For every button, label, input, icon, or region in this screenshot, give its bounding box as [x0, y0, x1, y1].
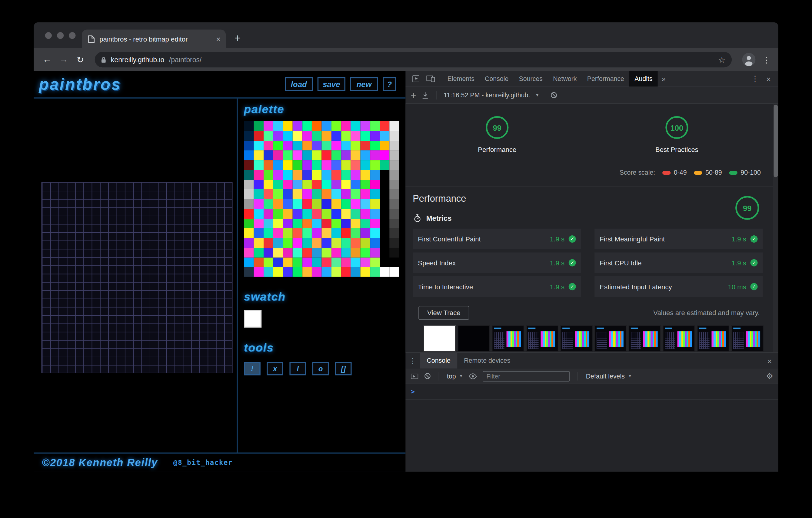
palette-cell[interactable] [302, 151, 312, 160]
palette-cell[interactable] [370, 121, 380, 131]
palette-cell[interactable] [263, 160, 273, 170]
palette-cell[interactable] [283, 209, 292, 218]
palette-cell[interactable] [360, 218, 370, 228]
palette-cell[interactable] [302, 238, 312, 248]
palette-cell[interactable] [341, 199, 351, 209]
palette-cell[interactable] [263, 218, 273, 228]
palette-cell[interactable] [292, 209, 302, 218]
audits-scrollbar[interactable] [773, 104, 778, 352]
palette-cell[interactable] [302, 209, 312, 218]
palette-cell[interactable] [273, 180, 283, 189]
more-tabs-icon[interactable]: » [658, 75, 670, 83]
console-output[interactable]: > [405, 384, 778, 472]
palette-cell[interactable] [389, 199, 399, 209]
palette-cell[interactable] [254, 141, 263, 151]
palette-cell[interactable] [380, 248, 389, 257]
palette-cell[interactable] [263, 131, 273, 141]
new-tab-button[interactable]: + [234, 33, 240, 43]
log-levels-selector[interactable]: Default levels ▼ [586, 373, 632, 380]
drawer-close-icon[interactable]: × [761, 356, 778, 365]
palette-cell[interactable] [351, 238, 360, 248]
device-toolbar-icon[interactable] [423, 71, 437, 86]
palette-cell[interactable] [341, 180, 351, 189]
palette-cell[interactable] [263, 257, 273, 267]
palette-cell[interactable] [283, 189, 292, 199]
palette-cell[interactable] [244, 257, 254, 267]
view-trace-button[interactable]: View Trace [418, 306, 469, 320]
palette-cell[interactable] [263, 189, 273, 199]
drawer-tab-remote-devices[interactable]: Remote devices [457, 353, 517, 369]
palette-cell[interactable] [283, 131, 292, 141]
palette-cell[interactable] [321, 228, 331, 238]
palette-cell[interactable] [370, 199, 380, 209]
palette-cell[interactable] [331, 257, 341, 267]
palette-cell[interactable] [360, 199, 370, 209]
palette-cell[interactable] [263, 151, 273, 160]
devtools-tab-network[interactable]: Network [548, 71, 582, 86]
palette-cell[interactable] [273, 141, 283, 151]
palette-cell[interactable] [254, 180, 263, 189]
palette-cell[interactable] [244, 218, 254, 228]
palette-cell[interactable] [341, 267, 351, 277]
palette-cell[interactable] [360, 151, 370, 160]
palette-cell[interactable] [273, 257, 283, 267]
palette-cell[interactable] [283, 218, 292, 228]
palette-cell[interactable] [292, 121, 302, 131]
palette-cell[interactable] [331, 160, 341, 170]
palette-cell[interactable] [244, 228, 254, 238]
palette-cell[interactable] [283, 121, 292, 131]
palette-cell[interactable] [321, 209, 331, 218]
palette-cell[interactable] [389, 170, 399, 180]
palette-cell[interactable] [321, 218, 331, 228]
palette-cell[interactable] [360, 170, 370, 180]
context-selector[interactable]: top ▼ [447, 373, 463, 380]
palette-cell[interactable] [254, 170, 263, 180]
palette-cell[interactable] [389, 257, 399, 267]
palette-cell[interactable] [380, 267, 389, 277]
palette-cell[interactable] [341, 257, 351, 267]
drawer-menu-icon[interactable]: ⋮ [405, 357, 420, 365]
palette-cell[interactable] [360, 209, 370, 218]
palette-cell[interactable] [351, 180, 360, 189]
palette-cell[interactable] [341, 151, 351, 160]
palette-cell[interactable] [351, 248, 360, 257]
palette-cell[interactable] [380, 257, 389, 267]
palette-cell[interactable] [321, 180, 331, 189]
palette-cell[interactable] [351, 209, 360, 218]
palette-cell[interactable] [273, 121, 283, 131]
palette-cell[interactable] [273, 199, 283, 209]
palette-cell[interactable] [389, 267, 399, 277]
palette-cell[interactable] [254, 248, 263, 257]
app-button-load[interactable]: load [285, 77, 313, 91]
palette-cell[interactable] [292, 131, 302, 141]
palette-cell[interactable] [389, 141, 399, 151]
palette-cell[interactable] [254, 228, 263, 238]
palette-cell[interactable] [389, 151, 399, 160]
palette-cell[interactable] [321, 170, 331, 180]
palette-cell[interactable] [331, 209, 341, 218]
palette-cell[interactable] [360, 257, 370, 267]
palette-cell[interactable] [331, 121, 341, 131]
audit-session-label[interactable]: 11:16:52 PM - kenreilly.github. [443, 91, 530, 99]
window-zoom-button[interactable] [69, 32, 76, 39]
palette-cell[interactable] [312, 209, 321, 218]
palette-cell[interactable] [321, 238, 331, 248]
devtools-tab-sources[interactable]: Sources [514, 71, 548, 86]
palette-cell[interactable] [263, 141, 273, 151]
tool-button-select[interactable]: [] [335, 362, 352, 375]
palette-cell[interactable] [254, 209, 263, 218]
palette-cell[interactable] [370, 238, 380, 248]
palette-cell[interactable] [351, 218, 360, 228]
palette-cell[interactable] [380, 180, 389, 189]
palette-cell[interactable] [302, 170, 312, 180]
palette-cell[interactable] [360, 248, 370, 257]
palette-cell[interactable] [273, 267, 283, 277]
session-caret-icon[interactable]: ▼ [535, 93, 539, 97]
palette-cell[interactable] [321, 141, 331, 151]
palette-cell[interactable] [283, 257, 292, 267]
palette-cell[interactable] [244, 141, 254, 151]
palette-cell[interactable] [244, 151, 254, 160]
palette-cell[interactable] [292, 257, 302, 267]
devtools-close-icon[interactable]: × [762, 74, 775, 83]
devtools-tab-audits[interactable]: Audits [629, 71, 658, 86]
